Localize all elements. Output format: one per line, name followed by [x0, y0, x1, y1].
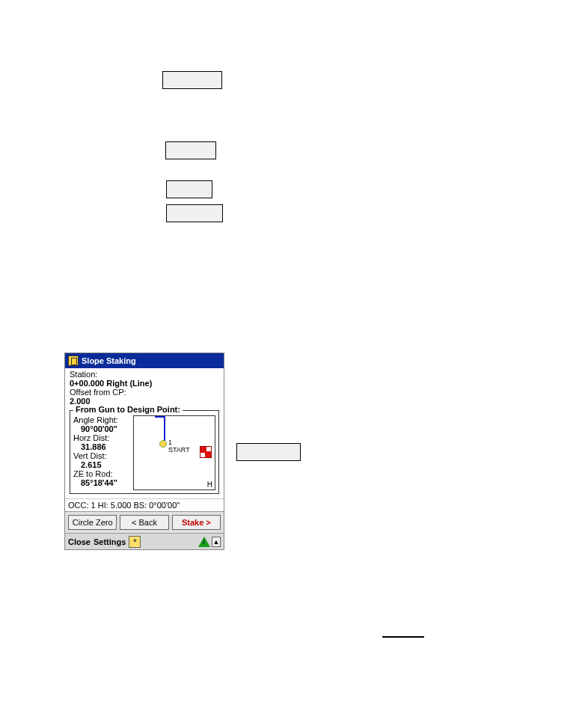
warning-icon[interactable]	[198, 537, 210, 547]
map-view[interactable]: 1 START H	[133, 415, 215, 490]
up-arrow-button[interactable]: ▲	[212, 537, 221, 547]
station-label: Station:	[70, 370, 219, 379]
vert-dist-label: Vert Dist:	[73, 451, 130, 460]
from-gun-group: From Gun to Design Point: Angle Right: 9…	[70, 410, 219, 494]
horz-dist-value: 31.886	[73, 442, 130, 451]
readouts: Angle Right: 90°00'00" Horz Dist: 31.886…	[73, 415, 130, 487]
status-line: OCC: 1 HI: 5.000 BS: 0°00'00"	[65, 498, 224, 511]
close-link[interactable]: Close	[68, 537, 91, 546]
angle-right-label: Angle Right:	[73, 415, 130, 424]
map-marker-label: 1 START	[168, 439, 190, 454]
empty-button-5[interactable]	[236, 443, 301, 461]
horz-dist-label: Horz Dist:	[73, 433, 130, 442]
empty-button-3[interactable]	[166, 180, 212, 198]
map-marker-icon	[159, 440, 167, 448]
ze-rod-value: 85°18'44"	[73, 478, 130, 487]
map-line-vertical	[164, 416, 165, 443]
map-h-label: H	[207, 480, 212, 489]
button-row: Circle Zero < Back Stake >	[65, 511, 224, 533]
empty-button-1[interactable]	[162, 71, 222, 89]
window-title: Slope Staking	[82, 356, 136, 365]
bottom-bar: Close Settings * ▲	[65, 533, 224, 549]
content-underline	[382, 636, 424, 638]
app-icon	[68, 356, 79, 366]
empty-button-2[interactable]	[165, 141, 216, 159]
group-title: From Gun to Design Point:	[73, 405, 183, 414]
empty-button-4[interactable]	[166, 204, 223, 222]
back-button[interactable]: < Back	[120, 515, 168, 530]
offset-label: Offset from CP:	[70, 388, 219, 397]
star-button[interactable]: *	[129, 536, 141, 548]
map-target-icon	[200, 446, 212, 458]
ze-rod-label: ZE to Rod:	[73, 469, 130, 478]
window-titlebar: Slope Staking	[65, 353, 224, 368]
vert-dist-value: 2.615	[73, 460, 130, 469]
circle-zero-button[interactable]: Circle Zero	[68, 515, 117, 530]
settings-link[interactable]: Settings	[94, 537, 126, 546]
stake-button[interactable]: Stake >	[172, 515, 221, 530]
slope-staking-window: Slope Staking Station: 0+00.000 Right (L…	[64, 353, 224, 550]
station-value: 0+00.000 Right (Line)	[70, 379, 219, 388]
angle-right-value: 90°00'00"	[73, 424, 130, 433]
